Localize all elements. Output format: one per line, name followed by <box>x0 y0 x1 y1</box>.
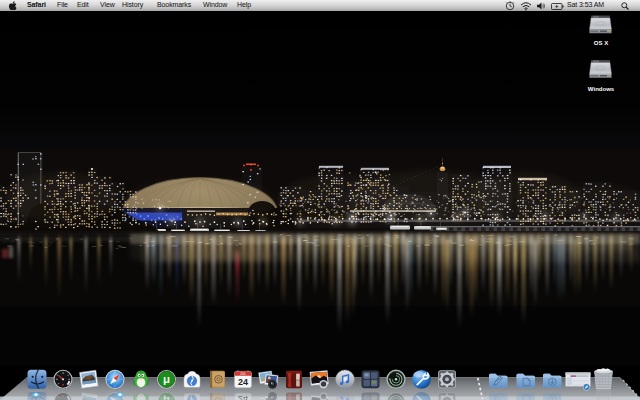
svg-text:μ: μ <box>163 395 170 400</box>
svg-text:24: 24 <box>238 394 248 400</box>
svg-text:μ: μ <box>163 373 170 385</box>
svg-text:24: 24 <box>238 377 248 387</box>
svg-text:JUL: JUL <box>240 372 246 376</box>
